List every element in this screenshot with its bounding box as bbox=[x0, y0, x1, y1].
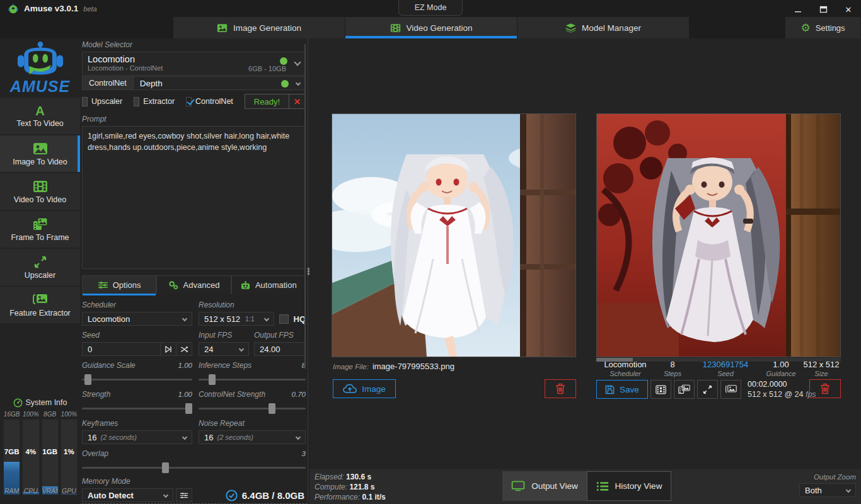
output-zoom-dropdown[interactable]: Both bbox=[799, 483, 856, 497]
compute-value: 121.8 s bbox=[349, 483, 374, 491]
overlap-slider[interactable] bbox=[82, 462, 306, 473]
chevron-down-icon bbox=[296, 81, 301, 86]
inference-steps-slider[interactable] bbox=[199, 374, 306, 385]
history-view-button[interactable]: History View bbox=[587, 471, 671, 501]
overlap-value: 3 bbox=[302, 450, 306, 457]
minimize-button[interactable] bbox=[785, 0, 811, 19]
model-manager-icon bbox=[565, 23, 576, 33]
model-ready-dot bbox=[280, 57, 287, 65]
tab-options[interactable]: Options bbox=[82, 275, 156, 294]
save-button[interactable]: Save bbox=[596, 380, 648, 399]
scheduler-dropdown[interactable]: Locomotion bbox=[82, 312, 192, 326]
seed-link[interactable]: 1230691754 bbox=[691, 360, 760, 369]
title-bar: Amuse v3.0.1 beta EZ Mode ✕ bbox=[0, 0, 861, 17]
guidance-scale-slider[interactable] bbox=[82, 374, 192, 385]
output-image-preview[interactable] bbox=[596, 113, 841, 357]
tab-automation[interactable]: Automation bbox=[231, 275, 306, 294]
sidebar-item-image-to-video[interactable]: Image To Video bbox=[0, 135, 80, 172]
performance-stats: Elapsed: 130.6 s Compute: 121.8 s Perfor… bbox=[315, 472, 386, 503]
minimize-icon bbox=[794, 6, 802, 13]
output-actions: Save bbox=[596, 379, 816, 400]
prompt-input[interactable]: 1girl,smile,red eyes,cowboy shot,silver … bbox=[82, 126, 306, 269]
memory-advanced-button[interactable] bbox=[176, 488, 192, 502]
film-icon bbox=[656, 385, 666, 394]
options-form: Scheduler Locomotion Resolution 512 x 51… bbox=[82, 301, 306, 504]
close-icon: ✕ bbox=[294, 97, 301, 106]
seed-input[interactable] bbox=[82, 342, 161, 356]
tab-advanced[interactable]: Advanced bbox=[156, 275, 231, 294]
sidebar-item-text-to-video[interactable]: A Text To Video bbox=[0, 98, 80, 134]
strength-slider[interactable] bbox=[82, 403, 192, 414]
strength-value: 1.00 bbox=[178, 391, 192, 398]
export-video-button[interactable] bbox=[650, 380, 671, 399]
trash-icon bbox=[555, 383, 565, 394]
chevron-down-icon bbox=[163, 493, 168, 498]
delete-output-button[interactable] bbox=[809, 379, 841, 398]
sidebar-item-frame-to-frame[interactable]: Frame To Frame bbox=[0, 211, 80, 248]
sidebar-nav: A Text To Video Image To Video Video To … bbox=[0, 98, 80, 323]
main-tab-bar: Image Generation Video Generation Model … bbox=[0, 17, 861, 38]
tab-label: Image Generation bbox=[233, 23, 301, 33]
cloud-upload-icon bbox=[343, 384, 357, 394]
prompt-label: Prompt bbox=[82, 115, 306, 123]
floppy-icon bbox=[605, 385, 615, 394]
chevron-down-icon bbox=[296, 435, 301, 440]
chevron-down-icon bbox=[182, 435, 187, 440]
controlnet-selector-dropdown[interactable]: ControlNet Depth bbox=[82, 76, 306, 90]
output-fps-input[interactable] bbox=[254, 342, 306, 356]
seed-increment-button[interactable] bbox=[161, 342, 176, 356]
performance-value: 0.1 it/s bbox=[362, 493, 385, 501]
amuse-logo: AMUSE bbox=[0, 38, 80, 98]
image-generation-icon bbox=[217, 23, 228, 33]
upscale-button[interactable] bbox=[697, 380, 718, 399]
skip-icon bbox=[165, 346, 172, 353]
cpu-meter: 100% 4% CPU bbox=[22, 411, 39, 495]
sidebar-item-video-to-video[interactable]: Video To Video bbox=[0, 173, 80, 210]
settings-button[interactable]: ⚙ Settings bbox=[785, 17, 860, 38]
sidebar-item-upscaler[interactable]: Upscaler bbox=[0, 249, 80, 285]
system-info-title: System Info bbox=[26, 398, 67, 407]
frames-icon bbox=[32, 217, 49, 231]
upload-image-button[interactable]: Image bbox=[333, 379, 396, 398]
extractor-checkbox[interactable] bbox=[134, 97, 139, 106]
maximize-button[interactable] bbox=[811, 0, 836, 19]
hq-checkbox[interactable] bbox=[279, 314, 289, 324]
ez-mode-button[interactable]: EZ Mode bbox=[398, 0, 463, 16]
delete-input-button[interactable] bbox=[545, 379, 576, 398]
input-image-preview[interactable] bbox=[332, 113, 576, 357]
text-icon: A bbox=[35, 105, 44, 117]
chevron-down-icon bbox=[263, 316, 269, 321]
noise-repeat-dropdown[interactable]: 16 (2 seconds) bbox=[199, 430, 306, 444]
gear-icon: ⚙ bbox=[800, 23, 810, 33]
app-beta-text: beta bbox=[83, 5, 96, 13]
sidebar-item-feature-extractor[interactable]: Feature Extractor bbox=[0, 287, 80, 323]
tab-model-manager[interactable]: Model Manager bbox=[517, 17, 689, 38]
output-view-button[interactable]: Output View bbox=[502, 471, 587, 501]
panel-scrollbar[interactable] bbox=[304, 44, 306, 369]
close-button[interactable]: ✕ bbox=[836, 0, 861, 19]
sliders-icon bbox=[98, 281, 108, 289]
tab-image-generation[interactable]: Image Generation bbox=[173, 17, 345, 38]
input-fps-dropdown[interactable]: 24 bbox=[199, 342, 249, 356]
generation-settings-panel: Model Selector Locomotion Locomotion - C… bbox=[82, 40, 306, 504]
model-status-badge: Ready! bbox=[245, 94, 289, 109]
image-stack-icon bbox=[32, 293, 49, 307]
close-icon: ✕ bbox=[845, 5, 852, 14]
chevron-down-icon bbox=[182, 316, 187, 321]
frame-extract-button[interactable] bbox=[674, 380, 695, 399]
resolution-dropdown[interactable]: 512 x 512 1:1 bbox=[199, 312, 274, 326]
model-selector-dropdown[interactable]: Locomotion Locomotion - ControlNet 6GB -… bbox=[82, 52, 306, 76]
chevron-down-icon bbox=[239, 346, 244, 352]
feature-extract-button[interactable] bbox=[720, 380, 741, 399]
tab-video-generation[interactable]: Video Generation bbox=[345, 17, 517, 38]
unload-model-button[interactable]: ✕ bbox=[289, 94, 306, 109]
keyframes-dropdown[interactable]: 16 (2 seconds) bbox=[82, 430, 192, 444]
controlnet-checkbox[interactable] bbox=[186, 97, 192, 106]
controlnet-strength-slider[interactable] bbox=[199, 403, 306, 414]
upscaler-checkbox[interactable] bbox=[82, 97, 88, 106]
seed-randomize-button[interactable] bbox=[176, 342, 192, 356]
model-vram-range: 6GB - 10GB bbox=[248, 65, 286, 72]
output-image bbox=[597, 114, 840, 357]
memory-mode-dropdown[interactable]: Auto Detect bbox=[82, 488, 173, 502]
list-icon bbox=[596, 481, 609, 491]
